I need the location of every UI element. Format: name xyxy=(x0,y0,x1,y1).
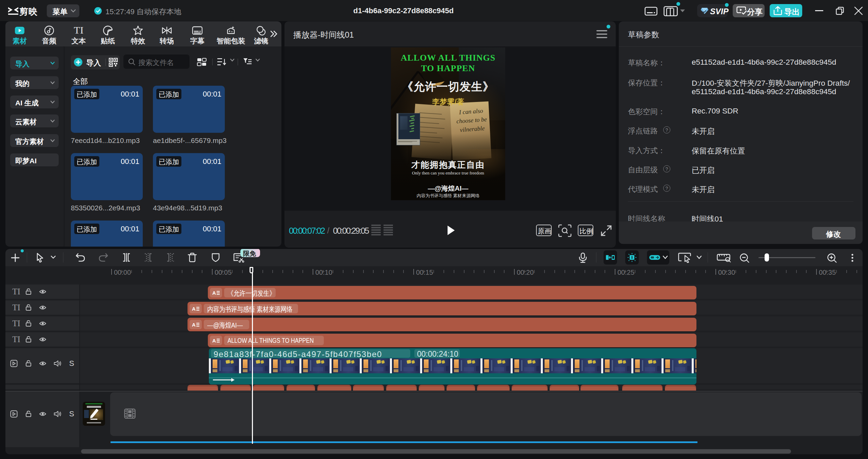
svg-text:A: A xyxy=(192,306,196,311)
svg-text:A: A xyxy=(212,290,216,295)
svg-text:A: A xyxy=(212,338,216,343)
svg-text:A: A xyxy=(192,322,196,327)
svg-text:TI: TI xyxy=(74,25,83,36)
